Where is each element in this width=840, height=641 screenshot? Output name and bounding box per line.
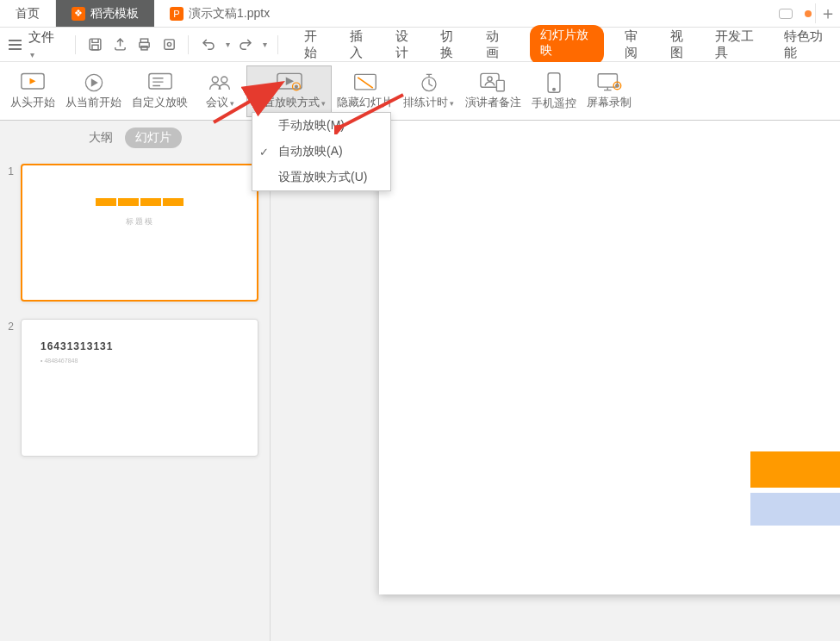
ribbon-tabs: 开始 插入 设计 切换 动画 幻灯片放映 审阅 视图 开发工具 特色功能 <box>302 25 831 65</box>
tab-templates[interactable]: ❖ 稻壳模板 <box>56 0 154 27</box>
workspace: 大纲 幻灯片 1 标题模 2 16431313131 • 4848467848 <box>0 121 840 641</box>
slide1-bars <box>47 198 233 206</box>
tool-hide-slide-label: 隐藏幻灯片 <box>337 95 393 110</box>
shape-blue[interactable] <box>750 493 840 526</box>
window-tab-strip: 首页 ❖ 稻壳模板 P 演示文稿1.pptx ＋ <box>0 0 840 28</box>
ribbon-row: 文件 ▾ ▾ ▾ 开始 插入 设计 切换 动画 幻灯片放映 审阅 视图 开发工具… <box>0 28 840 62</box>
new-tab-button[interactable]: ＋ <box>816 0 840 27</box>
tool-setup-show[interactable]: 设置放映方式▾ <box>246 65 332 117</box>
tab-templates-label: 稻壳模板 <box>90 6 139 22</box>
ribbon-tab-special[interactable]: 特色功能 <box>782 25 831 65</box>
save-icon[interactable] <box>86 35 104 54</box>
file-menu[interactable]: 文件 ▾ <box>28 29 61 60</box>
tool-screen-record-label: 屏幕录制 <box>587 95 632 110</box>
slide-thumb-1[interactable]: 标题模 <box>21 164 258 302</box>
svg-point-27 <box>616 84 619 86</box>
svg-point-13 <box>221 77 227 83</box>
shape-orange[interactable] <box>750 451 840 488</box>
undo-icon[interactable] <box>199 35 217 54</box>
slide-editor[interactable] <box>271 121 840 641</box>
svg-point-12 <box>212 77 218 83</box>
tool-presenter-notes[interactable]: 演讲者备注 <box>459 65 526 117</box>
tool-phone-remote-label: 手机遥控 <box>532 96 576 111</box>
print-icon[interactable] <box>135 35 153 54</box>
dropdown-manual-label: 手动放映(M) <box>278 118 345 134</box>
tool-meeting-label: 会议▾ <box>206 95 234 110</box>
ribbon-tab-animation[interactable]: 动画 <box>484 25 511 65</box>
tool-from-current-label: 从当前开始 <box>65 95 121 110</box>
caret-down-icon[interactable]: ▾ <box>226 40 230 49</box>
tool-from-start[interactable]: 从头开始 <box>5 65 60 117</box>
qa-separator <box>277 35 278 54</box>
export-icon[interactable] <box>111 35 129 54</box>
svg-point-24 <box>553 88 556 90</box>
caret-down-icon[interactable]: ▾ <box>263 40 267 49</box>
tool-custom-show-label: 自定义放映 <box>132 95 188 110</box>
dropdown-settings-label: 设置放映方式(U) <box>278 170 367 185</box>
svg-rect-22 <box>496 80 504 90</box>
panel-tab-outline[interactable]: 大纲 <box>89 130 113 146</box>
svg-point-17 <box>295 85 297 88</box>
ribbon-tab-insert[interactable]: 插入 <box>348 25 375 65</box>
slideshow-toolbar: 从头开始 从当前开始 自定义放映 会议▾ 设置放映方式▾ 隐藏幻灯片 排练计时▾… <box>0 62 840 121</box>
panel-header: 大纲 幻灯片 <box>0 121 270 155</box>
ribbon-tab-slideshow[interactable]: 幻灯片放映 <box>530 25 604 65</box>
svg-rect-11 <box>148 73 171 89</box>
ribbon-tab-review[interactable]: 审阅 <box>623 25 650 65</box>
panel-tab-slides[interactable]: 幻灯片 <box>125 128 182 148</box>
tab-home[interactable]: 首页 <box>0 0 56 27</box>
dropdown-settings[interactable]: 设置放映方式(U) <box>252 165 390 190</box>
tab-extra-controls <box>770 0 815 27</box>
ribbon-tab-devtools[interactable]: 开发工具 <box>713 25 762 65</box>
file-menu-label: 文件 <box>28 29 54 44</box>
tool-hide-slide[interactable]: 隐藏幻灯片 <box>332 65 398 117</box>
tool-phone-remote[interactable]: 手机遥控 <box>526 65 582 117</box>
slide-panel: 大纲 幻灯片 1 标题模 2 16431313131 • 4848467848 <box>0 121 271 641</box>
ribbon-tab-design[interactable]: 设计 <box>394 25 420 65</box>
slide2-title: 16431313131 <box>40 340 239 352</box>
slide2-subtitle: • 4848467848 <box>40 358 239 364</box>
slide-thumb-2[interactable]: 16431313131 • 4848467848 <box>21 319 258 457</box>
svg-marker-10 <box>90 78 97 87</box>
tool-rehearse[interactable]: 排练计时▾ <box>398 65 459 117</box>
svg-rect-1 <box>92 45 98 50</box>
tool-from-current[interactable]: 从当前开始 <box>60 65 127 117</box>
ribbon-tab-start[interactable]: 开始 <box>302 25 329 65</box>
slide-number: 1 <box>5 164 14 302</box>
svg-marker-8 <box>30 78 36 84</box>
device-icon[interactable] <box>779 9 793 19</box>
print-preview-icon[interactable] <box>160 35 178 54</box>
thumb-row: 1 标题模 <box>5 164 261 302</box>
tool-screen-record[interactable]: 屏幕录制 <box>582 65 637 117</box>
checkmark-icon: ✓ <box>259 146 269 159</box>
slide1-caption: 标题模 <box>47 216 233 227</box>
tool-meeting[interactable]: 会议▾ <box>193 65 246 117</box>
svg-point-21 <box>488 76 492 80</box>
setup-show-dropdown: 手动放映(M) ✓ 自动放映(A) 设置放映方式(U) <box>252 112 391 191</box>
tool-presenter-notes-label: 演讲者备注 <box>465 95 521 110</box>
tab-document-label: 演示文稿1.pptx <box>189 6 270 22</box>
redo-icon[interactable] <box>237 35 255 54</box>
dropdown-auto-label: 自动放映(A) <box>278 144 343 159</box>
thumb-row: 2 16431313131 • 4848467848 <box>5 319 261 457</box>
slide-thumbnails: 1 标题模 2 16431313131 • 4848467848 <box>0 155 270 641</box>
tool-rehearse-label: 排练计时▾ <box>403 95 454 110</box>
tool-custom-show[interactable]: 自定义放映 <box>127 65 193 117</box>
hamburger-icon[interactable] <box>9 40 22 50</box>
tool-from-start-label: 从头开始 <box>10 95 55 110</box>
ribbon-tab-transition[interactable]: 切换 <box>439 25 465 65</box>
svg-point-6 <box>167 42 171 46</box>
slide-number: 2 <box>5 319 14 457</box>
ribbon-tab-view[interactable]: 视图 <box>669 25 695 65</box>
tab-home-label: 首页 <box>16 6 40 22</box>
tab-document[interactable]: P 演示文稿1.pptx <box>154 0 285 27</box>
svg-rect-5 <box>164 40 173 49</box>
dropdown-manual[interactable]: 手动放映(M) <box>252 113 390 139</box>
svg-rect-25 <box>598 73 617 86</box>
qa-separator <box>75 35 76 54</box>
tool-setup-show-label: 设置放映方式▾ <box>252 95 326 110</box>
dropdown-auto[interactable]: ✓ 自动放映(A) <box>252 139 390 165</box>
status-dot-icon[interactable] <box>805 10 812 17</box>
qa-separator <box>188 35 189 54</box>
presentation-file-icon: P <box>170 7 184 21</box>
